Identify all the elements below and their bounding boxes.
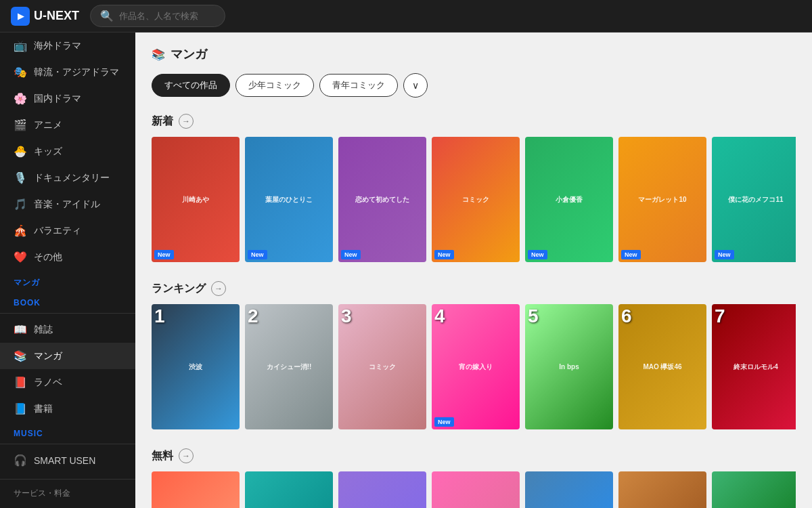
book-divider [0,313,135,314]
sidebar-item-variety[interactable]: 🎪 バラエティ [0,217,135,244]
sidebar-item-books[interactable]: 📘 書籍 [0,396,135,422]
section-arrow-free[interactable]: → [179,448,194,463]
manga-card-r6[interactable]: MAO 欅坂466 [618,304,706,429]
manga-card-f3[interactable]: 花 [338,471,426,508]
manga-cover-n4: コミックNew [432,137,520,262]
sidebar-item-music[interactable]: 🎵 音楽・アイドル [0,191,135,217]
manga-card-n1[interactable]: 川崎あやNew [152,137,240,262]
manga-cover-r2: カイシュー消!!2 [245,304,333,429]
nav-icon-variety: 🎪 [14,224,27,237]
nav-icon-korean-drama: 🎭 [14,66,27,79]
sidebar-item-smart-usen[interactable]: 🎧 SMART USEN [0,447,135,473]
sidebar-item-domestic-drama[interactable]: 🌸 国内ドラマ [0,85,135,112]
section-new: 新着→川崎あやNew葉屋のひとりこNew恋めて初めてしたNewコミックNew小倉… [152,114,796,262]
sidebar-item-anime[interactable]: 🎬 アニメ [0,112,135,138]
section-arrow-ranking[interactable]: → [211,281,226,296]
manga-card-f1[interactable]: コミック [152,471,240,508]
book-label-books: 書籍 [34,403,53,415]
manga-cover-n3: 恋めて初めてしたNew [338,137,426,262]
badge-n3: New [341,250,361,259]
nav-label-music: 音楽・アイドル [34,198,100,211]
badge-n5: New [528,250,547,259]
sidebar-item-korean-drama[interactable]: 🎭 韓流・アジアドラマ [0,59,135,85]
manga-cover-img-n7: 僕に花のメフコ11 [712,137,796,262]
sidebar-item-documentary[interactable]: 🎙️ ドキュメンタリー [0,165,135,191]
sidebar-item-light-novel[interactable]: 📕 ラノベ [0,369,135,396]
manga-card-r2[interactable]: カイシュー消!!2 [245,304,333,429]
section-title-ranking: ランキング→ [152,281,796,296]
nav-icon-kids: 🐣 [14,145,27,158]
sections-container: 新着→川崎あやNew葉屋のひとりこNew恋めて初めてしたNewコミックNew小倉… [152,114,796,508]
manga-card-r5[interactable]: In bps5 [525,304,613,429]
book-section-label: マンガ [0,270,135,291]
manga-cover-f7: コミック [712,471,796,508]
manga-cover-img-n5: 小倉優香 [525,137,613,262]
footer-item-news[interactable]: お知らせ [0,505,135,508]
badge-n2: New [248,250,267,259]
sidebar-nav-section: 📺 海外ドラマ🎭 韓流・アジアドラマ🌸 国内ドラマ🎬 アニメ🐣 キッズ🎙️ ドキ… [0,33,135,270]
manga-card-f6[interactable]: Ai [618,471,706,508]
manga-card-f5[interactable]: 甘01 [525,471,613,508]
nav-icon-music: 🎵 [14,198,27,211]
logo-text: U-NEXT [34,9,79,23]
manga-card-r3[interactable]: コミック3 [338,304,426,429]
filter-btn-seinen[interactable]: 青年コミック [319,74,398,97]
manga-card-n7[interactable]: 僕に花のメフコ11New [712,137,796,262]
section-title-new: 新着→ [152,114,796,129]
filter-more-btn[interactable]: ∨ [403,73,428,98]
logo[interactable]: ▶ U-NEXT [11,7,79,26]
footer-item-service-price[interactable]: サービス・料金 [0,482,135,505]
manga-card-r7[interactable]: 終末ロルモル47 [712,304,796,429]
manga-card-f7[interactable]: コミック [712,471,796,508]
manga-cover-img-n6: マーガレット10 [618,137,706,262]
sidebar-item-kids[interactable]: 🐣 キッズ [0,138,135,165]
book-label: BOOK [0,291,135,310]
manga-card-r4[interactable]: 宵の嫁入り4New [432,304,520,429]
manga-card-n4[interactable]: コミックNew [432,137,520,262]
sidebar-item-other[interactable]: ❤️ その他 [0,244,135,270]
manga-card-n6[interactable]: マーガレット10New [618,137,706,262]
manga-cover-r7: 終末ロルモル47 [712,304,796,429]
manga-cover-img-n4: コミック [432,137,520,262]
content-header: 📚 マンガ [152,46,796,62]
rank-number-r4: 4 [434,307,445,326]
manga-card-r1[interactable]: 渋波1 [152,304,240,429]
section-title-text-ranking: ランキング [152,282,206,296]
book-icon-manga: 📚 [14,350,27,362]
rank-number-r5: 5 [528,307,539,326]
manga-cover-img-n2: 葉屋のひとりこ [245,137,333,262]
section-arrow-new[interactable]: → [179,114,194,129]
main-layout: 📺 海外ドラマ🎭 韓流・アジアドラマ🌸 国内ドラマ🎬 アニメ🐣 キッズ🎙️ ドキ… [0,33,812,508]
content-area: 📚 マンガ すべての作品少年コミック青年コミック∨ 新着→川崎あやNew葉屋のひ… [135,33,812,508]
manga-grid-ranking: 渋波1カイシュー消!!2コミック3宵の嫁入り4NewIn bps5MAO 欅坂4… [152,304,796,429]
manga-cover-n1: 川崎あやNew [152,137,240,262]
badge-r4: New [434,417,454,427]
nav-icon-anime: 🎬 [14,119,27,131]
nav-label-documentary: ドキュメンタリー [34,172,110,184]
music-icon-smart-usen: 🎧 [14,454,27,467]
sidebar-item-overseas-drama[interactable]: 📺 海外ドラマ [0,33,135,59]
manga-card-n2[interactable]: 葉屋のひとりこNew [245,137,333,262]
filter-bar: すべての作品少年コミック青年コミック∨ [152,73,796,98]
sidebar-item-magazine[interactable]: 📖 雑誌 [0,316,135,343]
search-icon: 🔍 [100,9,114,22]
search-input[interactable] [119,11,221,21]
filter-btn-all[interactable]: すべての作品 [152,74,230,97]
manga-cover-r3: コミック3 [338,304,426,429]
manga-card-f2[interactable]: アリス1 [245,471,333,508]
manga-card-f4[interactable]: 野田優子 彼 [432,471,520,508]
search-box[interactable]: 🔍 [90,5,225,27]
filter-btn-shonen[interactable]: 少年コミック [235,74,314,97]
sidebar-item-manga[interactable]: 📚 マンガ [0,343,135,369]
manga-cover-img-f3: 花 [338,471,426,508]
rank-number-r7: 7 [715,307,725,326]
sidebar-footer: サービス・料金お知らせよくある質問お問い合わせ [0,482,135,508]
manga-card-n5[interactable]: 小倉優香New [525,137,613,262]
manga-card-n3[interactable]: 恋めて初めてしたNew [338,137,426,262]
manga-cover-img-f7: コミック [712,471,796,508]
manga-cover-f4: 野田優子 彼 [432,471,520,508]
rank-number-r6: 6 [621,307,632,326]
manga-cover-f2: アリス1 [245,471,333,508]
manga-cover-r5: In bps5 [525,304,613,429]
manga-cover-img-f2: アリス1 [245,471,333,508]
